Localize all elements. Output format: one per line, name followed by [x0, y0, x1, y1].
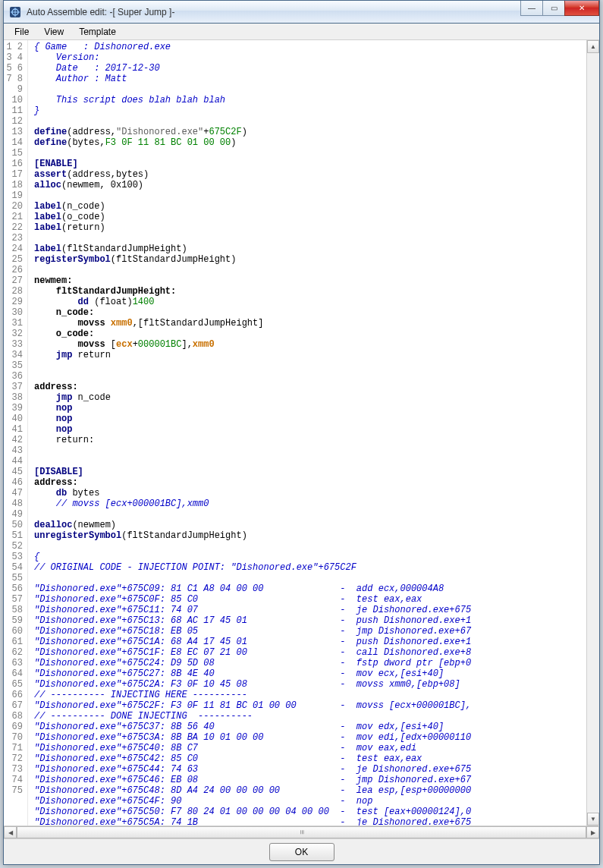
code-line[interactable]: "Dishonored.exe"+675C48: 8D A4 24 00 00 … [34, 785, 586, 796]
code-line[interactable]: [DISABLE] [34, 467, 586, 477]
code-line[interactable]: // ---------- INJECTING HERE ---------- [34, 690, 586, 700]
code-line[interactable]: define(bytes,F3 0F 11 81 BC 01 00 00) [34, 137, 586, 148]
code-area[interactable]: { Game : Dishonored.exe Version: Date : … [28, 40, 586, 826]
menu-file[interactable]: File [7, 25, 36, 39]
vertical-scrollbar[interactable]: ▲ ▼ [586, 40, 599, 826]
menu-template[interactable]: Template [71, 25, 124, 39]
code-line[interactable]: // ---------- DONE INJECTING ---------- [34, 711, 586, 722]
code-line[interactable]: "Dishonored.exe"+675C11: 74 07 - je Dish… [34, 605, 586, 615]
code-line[interactable] [34, 541, 586, 552]
code-line[interactable]: label(fltStandardJumpHeight) [34, 244, 586, 254]
code-line[interactable]: // ORIGINAL CODE - INJECTION POINT: "Dis… [34, 562, 586, 573]
code-line[interactable]: [ENABLE] [34, 159, 586, 169]
scroll-thumb[interactable] [17, 826, 586, 838]
code-line[interactable]: return: [34, 435, 586, 445]
code-line[interactable]: dealloc(newmem) [34, 520, 586, 530]
code-line[interactable]: "Dishonored.exe"+675C09: 81 C1 A8 04 00 … [34, 583, 586, 594]
code-line[interactable]: "Dishonored.exe"+675C42: 85 C0 - test ea… [34, 753, 586, 764]
code-line[interactable]: "Dishonored.exe"+675C5A: 74 1B - je Dish… [34, 817, 586, 826]
footer: OK [4, 838, 599, 864]
code-line[interactable]: nop [34, 414, 586, 424]
code-line[interactable]: newmem: [34, 275, 586, 286]
code-line[interactable] [34, 265, 586, 275]
code-line[interactable]: label(o_code) [34, 212, 586, 222]
code-line[interactable]: "Dishonored.exe"+675C2F: F3 0F 11 81 BC … [34, 700, 586, 711]
code-line[interactable]: "Dishonored.exe"+675C27: 8B 4E 40 - mov … [34, 668, 586, 679]
code-line[interactable]: address: [34, 382, 586, 392]
code-line[interactable]: alloc(newmem, 0x100) [34, 180, 586, 190]
code-line[interactable]: dd (float)1400 [34, 297, 586, 307]
code-line[interactable]: "Dishonored.exe"+675C3A: 8B BA 10 01 00 … [34, 732, 586, 743]
code-line[interactable]: nop [34, 403, 586, 414]
titlebar[interactable]: Auto Assemble edit: -[ Super Jump ]- — ▭… [4, 1, 599, 24]
code-line[interactable]: address: [34, 477, 586, 488]
code-line[interactable] [34, 233, 586, 244]
code-line[interactable]: db bytes [34, 488, 586, 498]
code-line[interactable]: This script does blah blah blah [34, 95, 586, 105]
code-line[interactable]: "Dishonored.exe"+675C37: 8B 56 40 - mov … [34, 722, 586, 732]
scroll-left-icon[interactable]: ◀ [4, 826, 17, 838]
code-line[interactable] [34, 573, 586, 583]
code-line[interactable]: "Dishonored.exe"+675C50: F7 80 24 01 00 … [34, 807, 586, 817]
code-line[interactable]: { Game : Dishonored.exe [34, 42, 586, 52]
code-line[interactable] [34, 445, 586, 456]
code-line[interactable]: movss [ecx+000001BC],xmm0 [34, 339, 586, 350]
editor: 1 2 3 4 5 6 7 8 9 10 11 12 13 14 15 16 1… [4, 40, 599, 826]
maximize-button[interactable]: ▭ [542, 1, 565, 16]
code-line[interactable]: Version: [34, 52, 586, 63]
ok-button[interactable]: OK [269, 843, 334, 861]
menubar: File View Template [4, 24, 599, 40]
code-line[interactable] [34, 148, 586, 159]
window-frame: Auto Assemble edit: -[ Super Jump ]- — ▭… [3, 0, 600, 865]
code-line[interactable]: define(address,"Dishonored.exe"+675C2F) [34, 127, 586, 137]
code-line[interactable]: "Dishonored.exe"+675C0F: 85 C0 - test ea… [34, 594, 586, 605]
scroll-down-icon[interactable]: ▼ [587, 813, 599, 826]
code-line[interactable]: // movss [ecx+000001BC],xmm0 [34, 498, 586, 509]
code-line[interactable]: o_code: [34, 329, 586, 339]
code-line[interactable] [34, 456, 586, 467]
code-line[interactable]: label(return) [34, 222, 586, 233]
code-line[interactable]: unregisterSymbol(fltStandardJumpHeight) [34, 530, 586, 541]
code-line[interactable]: jmp n_code [34, 392, 586, 403]
menu-view[interactable]: View [36, 25, 71, 39]
code-line[interactable]: nop [34, 424, 586, 435]
code-line[interactable]: fltStandardJumpHeight: [34, 286, 586, 297]
line-gutter: 1 2 3 4 5 6 7 8 9 10 11 12 13 14 15 16 1… [4, 40, 28, 826]
code-line[interactable]: jmp return [34, 350, 586, 360]
code-line[interactable]: "Dishonored.exe"+675C4F: 90 - nop [34, 796, 586, 807]
code-line[interactable]: "Dishonored.exe"+675C1F: E8 EC 07 21 00 … [34, 647, 586, 658]
code-line[interactable]: "Dishonored.exe"+675C40: 8B C7 - mov eax… [34, 743, 586, 753]
code-line[interactable]: "Dishonored.exe"+675C13: 68 AC 17 45 01 … [34, 615, 586, 626]
code-line[interactable]: "Dishonored.exe"+675C44: 74 63 - je Dish… [34, 764, 586, 775]
minimize-button[interactable]: — [520, 1, 543, 16]
code-line[interactable]: "Dishonored.exe"+675C46: EB 08 - jmp Dis… [34, 775, 586, 785]
code-line[interactable]: "Dishonored.exe"+675C18: EB 05 - jmp Dis… [34, 626, 586, 637]
code-line[interactable] [34, 190, 586, 201]
code-line[interactable]: } [34, 105, 586, 116]
code-line[interactable]: { [34, 552, 586, 562]
scroll-right-icon[interactable]: ▶ [586, 826, 599, 838]
window-buttons: — ▭ ✕ [521, 1, 599, 16]
code-line[interactable]: Date : 2017-12-30 [34, 63, 586, 74]
code-line[interactable]: n_code: [34, 307, 586, 318]
code-line[interactable]: Author : Matt [34, 74, 586, 84]
scroll-up-icon[interactable]: ▲ [587, 40, 599, 53]
code-line[interactable]: "Dishonored.exe"+675C2A: F3 0F 10 45 08 … [34, 679, 586, 690]
code-line[interactable]: registerSymbol(fltStandardJumpHeight) [34, 254, 586, 265]
code-line[interactable]: movss xmm0,[fltStandardJumpHeight] [34, 318, 586, 329]
code-line[interactable] [34, 84, 586, 95]
code-line[interactable]: "Dishonored.exe"+675C24: D9 5D 08 - fstp… [34, 658, 586, 668]
code-line[interactable] [34, 116, 586, 127]
code-line[interactable]: "Dishonored.exe"+675C1A: 68 A4 17 45 01 … [34, 637, 586, 647]
app-icon [8, 5, 22, 19]
horizontal-scrollbar[interactable]: ◀ ▶ [4, 826, 599, 838]
code-line[interactable]: label(n_code) [34, 201, 586, 212]
code-line[interactable] [34, 360, 586, 371]
window-title: Auto Assemble edit: -[ Super Jump ]- [27, 7, 174, 17]
code-line[interactable] [34, 371, 586, 382]
code-line[interactable] [34, 509, 586, 520]
close-button[interactable]: ✕ [564, 1, 599, 16]
code-line[interactable]: assert(address,bytes) [34, 169, 586, 180]
